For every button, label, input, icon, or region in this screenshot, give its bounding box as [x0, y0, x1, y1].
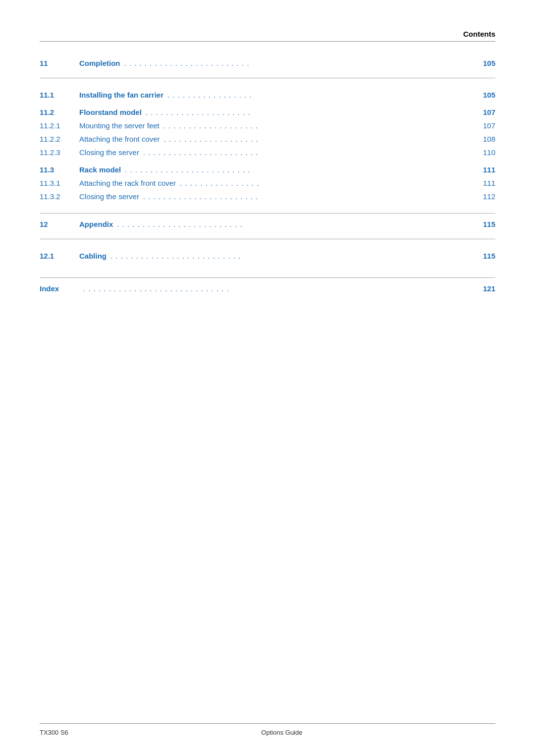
toc-num-11-2-1: 11.2.1	[40, 119, 79, 132]
toc-dots-11-2-1: . . . . . . . . . . . . . . . . . . .	[163, 119, 476, 132]
toc-dots-12-1: . . . . . . . . . . . . . . . . . . . . …	[110, 249, 476, 263]
toc-num-11-2: 11.2	[40, 106, 79, 119]
toc-title-11-3-2: Closing the server	[79, 190, 139, 203]
toc-title-11-3-1: Attaching the rack front cover	[79, 176, 176, 190]
toc-dots-11-2-3: . . . . . . . . . . . . . . . . . . . . …	[143, 146, 476, 159]
toc-page-11-3: 111	[478, 163, 495, 176]
toc-dots-11-3: . . . . . . . . . . . . . . . . . . . . …	[125, 163, 476, 176]
toc-num-index: Index	[40, 282, 79, 295]
toc-dots-index: . . . . . . . . . . . . . . . . . . . . …	[83, 282, 476, 295]
toc-row-11-1[interactable]: 11.1 Installing the fan carrier . . . . …	[40, 88, 495, 102]
toc-title-11-2-2: Attaching the front cover	[79, 132, 160, 146]
toc-row-index[interactable]: Index . . . . . . . . . . . . . . . . . …	[40, 282, 495, 295]
toc-title-11-2-3: Closing the server	[79, 146, 139, 159]
toc-row-11-3-1[interactable]: 11.3.1 Attaching the rack front cover . …	[40, 176, 495, 190]
divider-after-11	[40, 78, 495, 78]
toc-row-11-3[interactable]: 11.3 Rack model . . . . . . . . . . . . …	[40, 163, 495, 176]
toc-row-11-2-1[interactable]: 11.2.1 Mounting the server feet . . . . …	[40, 119, 495, 132]
toc-num-11-3-1: 11.3.1	[40, 176, 79, 190]
toc-dots-11-2-2: . . . . . . . . . . . . . . . . . . .	[164, 132, 476, 146]
footer: TX300 S6 Options Guide	[40, 723, 495, 736]
toc-dots-11-3-2: . . . . . . . . . . . . . . . . . . . . …	[143, 190, 476, 203]
page: Contents 11 Completion . . . . . . . . .…	[0, 0, 535, 756]
toc-page-11-1: 105	[478, 88, 495, 102]
toc-page-11-3-2: 112	[478, 190, 495, 203]
toc-page-11: 105	[478, 56, 495, 70]
divider-before-12	[40, 213, 495, 214]
toc-page-12-1: 115	[478, 249, 495, 263]
toc-page-index: 121	[478, 282, 495, 295]
toc-num-11: 11	[40, 56, 79, 70]
toc-dots-11-3-1: . . . . . . . . . . . . . . . .	[180, 176, 476, 190]
toc-title-11-1: Installing the fan carrier	[79, 88, 163, 102]
toc-row-12[interactable]: 12 Appendix . . . . . . . . . . . . . . …	[40, 217, 495, 231]
toc-num-11-2-2: 11.2.2	[40, 132, 79, 146]
toc-row-11-2-3[interactable]: 11.2.3 Closing the server . . . . . . . …	[40, 146, 495, 159]
footer-title: Options Guide	[261, 729, 302, 736]
toc-page-11-2: 107	[478, 106, 495, 119]
toc-title-11-2-1: Mounting the server feet	[79, 119, 160, 132]
toc-page-11-2-1: 107	[478, 119, 495, 132]
toc-dots-11: . . . . . . . . . . . . . . . . . . . . …	[124, 56, 477, 70]
toc-title-12-1: Cabling	[79, 249, 107, 263]
toc-row-11[interactable]: 11 Completion . . . . . . . . . . . . . …	[40, 56, 495, 70]
toc-dots-11-2: . . . . . . . . . . . . . . . . . . . . …	[146, 106, 476, 119]
toc-title-11: Completion	[79, 56, 120, 70]
toc-num-11-3: 11.3	[40, 163, 79, 176]
toc-num-11-3-2: 11.3.2	[40, 190, 79, 203]
toc-num-12: 12	[40, 217, 79, 231]
toc-row-11-2-2[interactable]: 11.2.2 Attaching the front cover . . . .…	[40, 132, 495, 146]
divider-after-12	[40, 239, 495, 239]
top-divider	[40, 41, 495, 42]
toc-row-11-2[interactable]: 11.2 Floorstand model . . . . . . . . . …	[40, 106, 495, 119]
toc-num-12-1: 12.1	[40, 249, 79, 263]
table-of-contents: 11 Completion . . . . . . . . . . . . . …	[40, 56, 495, 295]
contents-header: Contents	[40, 30, 495, 38]
toc-num-11-2-3: 11.2.3	[40, 146, 79, 159]
toc-title-11-3: Rack model	[79, 163, 121, 176]
toc-dots-12: . . . . . . . . . . . . . . . . . . . . …	[117, 217, 476, 231]
toc-num-11-1: 11.1	[40, 88, 79, 102]
toc-row-11-3-2[interactable]: 11.3.2 Closing the server . . . . . . . …	[40, 190, 495, 203]
toc-row-12-1[interactable]: 12.1 Cabling . . . . . . . . . . . . . .…	[40, 249, 495, 263]
footer-product: TX300 S6	[40, 729, 68, 736]
divider-before-index	[40, 277, 495, 278]
toc-page-11-2-3: 110	[478, 146, 495, 159]
toc-dots-11-1: . . . . . . . . . . . . . . . . .	[167, 88, 476, 102]
toc-page-12: 115	[478, 217, 495, 231]
toc-title-12: Appendix	[79, 217, 113, 231]
toc-page-11-2-2: 108	[478, 132, 495, 146]
toc-title-11-2: Floorstand model	[79, 106, 142, 119]
toc-page-11-3-1: 111	[478, 176, 495, 190]
